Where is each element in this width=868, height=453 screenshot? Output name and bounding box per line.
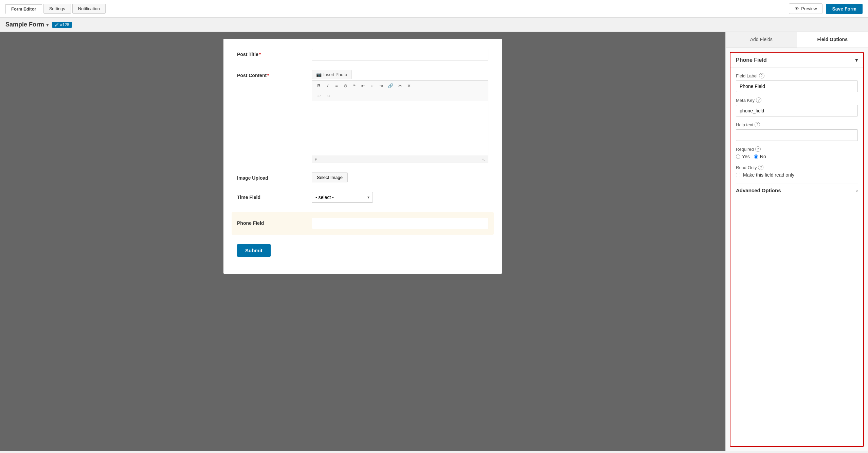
- chevron-right-icon: ›: [856, 188, 858, 193]
- tab-settings[interactable]: Settings: [43, 4, 71, 14]
- tab-form-editor[interactable]: Form Editor: [5, 4, 42, 14]
- required-no-option[interactable]: No: [754, 154, 766, 159]
- required-yes-radio[interactable]: [736, 155, 740, 159]
- sidebar-tabs: Add Fields Field Options: [726, 32, 868, 48]
- chevron-down-icon[interactable]: ▾: [46, 22, 49, 28]
- read-only-group: Read Only ? Make this field read only: [736, 165, 858, 178]
- unordered-list-button[interactable]: ≡: [332, 82, 341, 89]
- editor-history-row: ↩ ↪: [312, 91, 488, 101]
- required-yes-label: Yes: [742, 154, 750, 159]
- editor-content-area[interactable]: [312, 101, 488, 156]
- help-text-group: Help text ?: [736, 122, 858, 141]
- required-star-2: *: [267, 73, 269, 78]
- photo-icon: 📷: [316, 72, 322, 77]
- required-group: Required ? Yes No: [736, 146, 858, 159]
- form-title-text: Sample Form: [5, 21, 44, 28]
- paragraph-indicator: P: [315, 157, 317, 161]
- post-title-row: Post Title*: [237, 49, 488, 60]
- phone-field-row: Phone Field: [232, 212, 494, 235]
- time-select[interactable]: - select -: [312, 192, 373, 203]
- post-title-label: Post Title*: [237, 49, 305, 57]
- meta-key-label: Meta Key ?: [736, 97, 858, 103]
- read-only-checkbox-label: Make this field read only: [743, 172, 794, 178]
- post-title-input-col: [312, 49, 488, 60]
- select-image-button[interactable]: Select Image: [312, 173, 348, 182]
- top-bar: Form Editor Settings Notification 👁 Prev…: [0, 0, 868, 18]
- meta-key-input[interactable]: [736, 105, 858, 116]
- post-content-row: Post Content* 📷 Insert Photo B I ≡: [237, 70, 488, 163]
- time-field-col: - select - ▾: [312, 192, 488, 203]
- read-only-label: Read Only ?: [736, 165, 858, 170]
- image-upload-row: Image Upload Select Image: [237, 173, 488, 182]
- required-star: *: [259, 52, 261, 57]
- post-title-input[interactable]: [312, 49, 488, 60]
- right-sidebar: Add Fields Field Options Phone Field ▾ F…: [725, 32, 868, 451]
- preview-label: Preview: [801, 6, 817, 11]
- time-field-row: Time Field - select - ▾: [237, 192, 488, 203]
- resize-handle[interactable]: ⤡: [482, 158, 485, 161]
- phone-field-col: [312, 218, 488, 229]
- submit-row: Submit: [237, 244, 488, 257]
- save-form-button[interactable]: Save Form: [826, 4, 863, 14]
- align-left-button[interactable]: ⇤: [359, 82, 367, 89]
- required-yes-option[interactable]: Yes: [736, 154, 750, 159]
- bold-button[interactable]: B: [315, 82, 323, 89]
- eye-icon: 👁: [795, 6, 799, 11]
- insert-photo-button[interactable]: 📷 Insert Photo: [312, 70, 351, 79]
- required-no-radio[interactable]: [754, 155, 758, 159]
- advanced-options-label: Advanced Options: [736, 187, 781, 193]
- phone-field-label: Phone Field: [237, 218, 305, 226]
- field-label-input[interactable]: [736, 80, 858, 92]
- main-layout: Post Title* Post Content* 📷 Insert Photo: [0, 32, 868, 451]
- top-bar-tabs: Form Editor Settings Notification: [5, 4, 106, 14]
- form-title: Sample Form ▾: [5, 21, 49, 28]
- advanced-options-row[interactable]: Advanced Options ›: [736, 183, 858, 197]
- phone-field-input[interactable]: [312, 218, 488, 229]
- editor-formatting-toolbar: B I ≡ ⊙ ❝ ⇤ ↔ ⇥ 🔗 ✂ ✕: [312, 81, 488, 91]
- undo-button[interactable]: ↩: [315, 92, 323, 99]
- sidebar-tab-add-fields[interactable]: Add Fields: [726, 32, 797, 48]
- redo-button[interactable]: ↪: [324, 92, 332, 99]
- italic-button[interactable]: I: [324, 82, 332, 89]
- read-only-checkbox[interactable]: [736, 173, 740, 177]
- help-text-input[interactable]: [736, 129, 858, 141]
- form-canvas-wrapper: Post Title* Post Content* 📷 Insert Photo: [0, 32, 725, 451]
- preview-button[interactable]: 👁 Preview: [789, 3, 822, 14]
- align-center-button[interactable]: ↔: [368, 82, 376, 89]
- rich-text-editor: B I ≡ ⊙ ❝ ⇤ ↔ ⇥ 🔗 ✂ ✕: [312, 80, 488, 163]
- field-label-label: Field Label ?: [736, 73, 858, 78]
- field-label-help-icon[interactable]: ?: [759, 73, 764, 78]
- form-title-bar: Sample Form ▾ 🖊 #128: [0, 18, 868, 32]
- unlink-button[interactable]: ✂: [396, 82, 404, 89]
- ordered-list-button[interactable]: ⊙: [341, 82, 349, 89]
- read-only-checkbox-group: Make this field read only: [736, 172, 858, 178]
- blockquote-button[interactable]: ❝: [350, 82, 358, 89]
- post-content-label: Post Content*: [237, 70, 305, 78]
- required-no-label: No: [760, 154, 766, 159]
- insert-photo-label: Insert Photo: [323, 72, 347, 77]
- link-button[interactable]: 🔗: [386, 82, 395, 89]
- align-right-button[interactable]: ⇥: [377, 82, 385, 89]
- submit-button[interactable]: Submit: [237, 244, 271, 257]
- form-id-text: #128: [60, 22, 69, 27]
- form-id-badge: 🖊 #128: [52, 22, 72, 28]
- meta-key-help-icon[interactable]: ?: [756, 97, 761, 103]
- tab-notification[interactable]: Notification: [72, 4, 106, 14]
- top-bar-actions: 👁 Preview Save Form: [789, 3, 863, 14]
- read-only-help-icon[interactable]: ?: [758, 165, 763, 170]
- required-help-icon[interactable]: ?: [755, 146, 761, 152]
- required-radio-group: Yes No: [736, 154, 858, 159]
- help-text-help-icon[interactable]: ?: [755, 122, 760, 127]
- help-text-label: Help text ?: [736, 122, 858, 127]
- collapse-icon[interactable]: ▾: [855, 57, 858, 63]
- field-options-panel: Phone Field ▾ Field Label ? Meta Key ?: [730, 52, 864, 447]
- time-field-label: Time Field: [237, 192, 305, 200]
- fullscreen-button[interactable]: ✕: [405, 82, 413, 89]
- field-options-title: Phone Field: [736, 57, 767, 63]
- editor-footer: P ⤡: [312, 156, 488, 163]
- meta-key-group: Meta Key ?: [736, 97, 858, 116]
- field-label-group: Field Label ?: [736, 73, 858, 92]
- image-upload-col: Select Image: [312, 173, 488, 182]
- post-content-input-col: 📷 Insert Photo B I ≡ ⊙ ❝ ⇤ ↔: [312, 70, 488, 163]
- sidebar-tab-field-options[interactable]: Field Options: [797, 32, 868, 48]
